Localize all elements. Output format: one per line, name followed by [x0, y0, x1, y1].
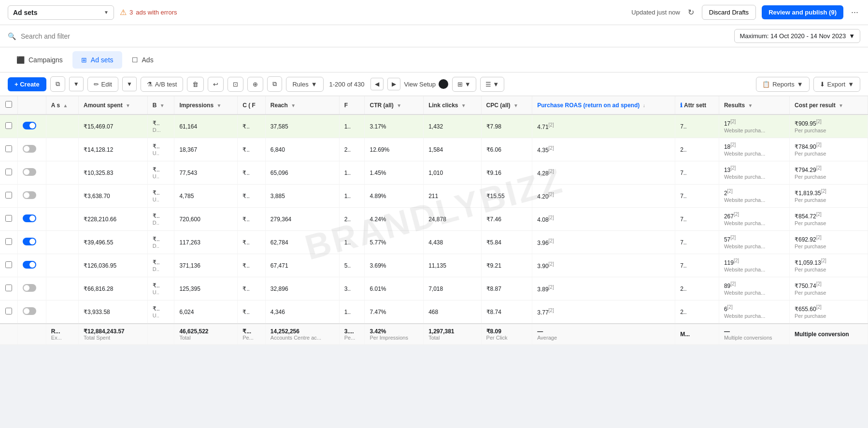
rules-chevron-icon: ▼: [311, 81, 317, 88]
footer-label: R...: [51, 328, 60, 335]
duplicate-chevron-button[interactable]: ▼: [69, 77, 84, 91]
row-toggle-off[interactable]: [23, 191, 36, 199]
view-toggle[interactable]: [439, 79, 448, 89]
row-checkbox[interactable]: [5, 285, 12, 291]
header-purchase-roas[interactable]: Purchase ROAS (return on ad spend) ↓: [532, 96, 675, 114]
tab-ads[interactable]: ☐ Ads: [123, 51, 162, 69]
header-cost-per-result[interactable]: Cost per result ▼: [790, 96, 868, 114]
row-checkbox[interactable]: [5, 215, 12, 222]
row-toggle-off[interactable]: [23, 145, 36, 153]
header-budget[interactable]: B ▼: [147, 96, 174, 114]
row-checkbox-cell: [0, 138, 17, 161]
view-setup: View Setup: [404, 79, 449, 89]
header-impressions[interactable]: Impressions ▼: [174, 96, 238, 114]
row-cpc: ₹15.55: [481, 185, 532, 208]
row-reach: 67,471: [265, 254, 339, 277]
date-range-picker[interactable]: Maximum: 14 Oct 2020 - 14 Nov 2023 ▼: [734, 29, 860, 43]
row-checkbox[interactable]: [5, 145, 12, 152]
row-results: 57[2] Website purcha...: [719, 231, 789, 254]
row-checkbox[interactable]: [5, 192, 12, 199]
next-page-button[interactable]: ▶: [387, 78, 400, 90]
ab-label: A/B test: [155, 81, 177, 88]
row-checkbox[interactable]: [5, 169, 12, 175]
row-toggle-on[interactable]: [23, 238, 36, 245]
row-cpc: ₹7.46: [481, 208, 532, 231]
create-button[interactable]: + Create: [8, 77, 46, 91]
date-range-chevron-icon: ▼: [849, 32, 855, 40]
header-amount-spent[interactable]: Amount spent ▼: [79, 96, 148, 114]
prev-page-button[interactable]: ◀: [370, 78, 384, 90]
row-attr: 2..: [675, 300, 719, 324]
row-ctr: 7.47%: [365, 300, 424, 324]
reports-button[interactable]: 📋 Reports ▼: [756, 77, 809, 92]
row-link-clicks: 4,438: [424, 231, 481, 254]
footer-amount-sub: Total Spent: [84, 335, 142, 341]
row-ctr: 4.89%: [365, 185, 424, 208]
header-checkbox-cell: [0, 96, 17, 114]
duplicate-button[interactable]: ⧉: [50, 76, 65, 92]
rules-button[interactable]: Rules ▼: [286, 77, 323, 92]
data-table: A s ▲ Amount spent ▼ B ▼ Impressions ▼ C…: [0, 96, 868, 345]
row-roas: 4.71[2]: [532, 114, 675, 138]
row-link-clicks: 11,135: [424, 254, 481, 277]
header-link-clicks[interactable]: Link clicks ▼: [424, 96, 481, 114]
row-toggle-off[interactable]: [23, 284, 36, 292]
row-amount-spent: ₹39,496.55: [79, 231, 148, 254]
header-name[interactable]: A s ▲: [46, 96, 78, 114]
ad-sets-select[interactable]: Ad sets ▼: [8, 5, 114, 20]
refresh-button[interactable]: ↻: [686, 6, 696, 19]
tab-ad-sets[interactable]: ⊞ Ad sets: [72, 51, 122, 69]
discard-drafts-button[interactable]: Discard Drafts: [702, 5, 756, 20]
ab-icon: ⚗: [147, 81, 153, 88]
row-col6: ₹..: [238, 185, 266, 208]
edit-label: Edit: [101, 81, 112, 88]
archive-button[interactable]: ⊡: [228, 77, 243, 92]
delete-button[interactable]: 🗑: [187, 77, 204, 92]
row-col6: ₹..: [238, 208, 266, 231]
group-button[interactable]: ⊕: [247, 77, 263, 92]
row-reach: 62,784: [265, 231, 339, 254]
row-budget: ₹..U..: [147, 138, 174, 161]
row-checkbox[interactable]: [5, 261, 12, 268]
search-input[interactable]: [21, 32, 729, 40]
ab-test-button[interactable]: ⚗ A/B test: [141, 77, 184, 92]
footer-col8-cell: 3.... Pe...: [339, 324, 365, 345]
row-col8: 1..: [339, 161, 365, 185]
cost-sort-icon: ▼: [839, 103, 843, 108]
export-button[interactable]: ⬇ Export ▼: [813, 77, 860, 92]
footer-results-cell: — Multiple conversions: [719, 324, 789, 345]
footer-amount-spent: ₹12,884,243.57: [84, 328, 125, 335]
row-toggle-on[interactable]: [23, 261, 36, 269]
row-checkbox[interactable]: [5, 122, 12, 129]
review-publish-button[interactable]: Review and publish (9): [762, 5, 843, 19]
row-cpc: ₹8.87: [481, 277, 532, 300]
tab-campaigns[interactable]: ⬛ Campaigns: [8, 51, 71, 69]
header-col6[interactable]: C ( F: [238, 96, 266, 114]
breakdown-button[interactable]: ☰ ▼: [480, 77, 504, 92]
undo-button[interactable]: ↩: [208, 77, 224, 92]
header-col8[interactable]: F: [339, 96, 365, 114]
row-toggle-on[interactable]: [23, 122, 36, 129]
row-toggle-on[interactable]: [23, 214, 36, 222]
table-footer: R... Ex... ₹12,884,243.57 Total Spent 46…: [0, 324, 868, 345]
header-ctr-all[interactable]: CTR (all) ▼: [365, 96, 424, 114]
table-row: ₹228,210.66 ₹..D.. 720,600 ₹.. 279,364 2…: [0, 208, 868, 231]
more-options-button[interactable]: ···: [849, 5, 860, 19]
row-toggle-off[interactable]: [23, 307, 36, 315]
row-checkbox[interactable]: [5, 308, 12, 314]
header-cpc-all[interactable]: CPC (all) ▼: [481, 96, 532, 114]
select-all-checkbox[interactable]: [5, 101, 12, 108]
row-toggle-off[interactable]: [23, 168, 36, 176]
edit-chevron-button[interactable]: ▼: [122, 77, 137, 91]
row-cost-per-result: ₹854.72[2] Per purchase: [790, 208, 868, 231]
row-results: 13[2] Website purcha...: [719, 161, 789, 185]
columns-button[interactable]: ⊞ ▼: [452, 77, 476, 92]
edit-button[interactable]: ✏ Edit: [87, 77, 118, 92]
row-checkbox[interactable]: [5, 238, 12, 245]
header-reach[interactable]: Reach ▼: [265, 96, 339, 114]
header-results[interactable]: Results ▼: [719, 96, 789, 114]
row-cpc: ₹9.16: [481, 161, 532, 185]
header-attr-sett[interactable]: ℹ Attr sett: [675, 96, 719, 114]
tag-button[interactable]: ⧉: [267, 76, 282, 92]
row-reach: 65,096: [265, 161, 339, 185]
